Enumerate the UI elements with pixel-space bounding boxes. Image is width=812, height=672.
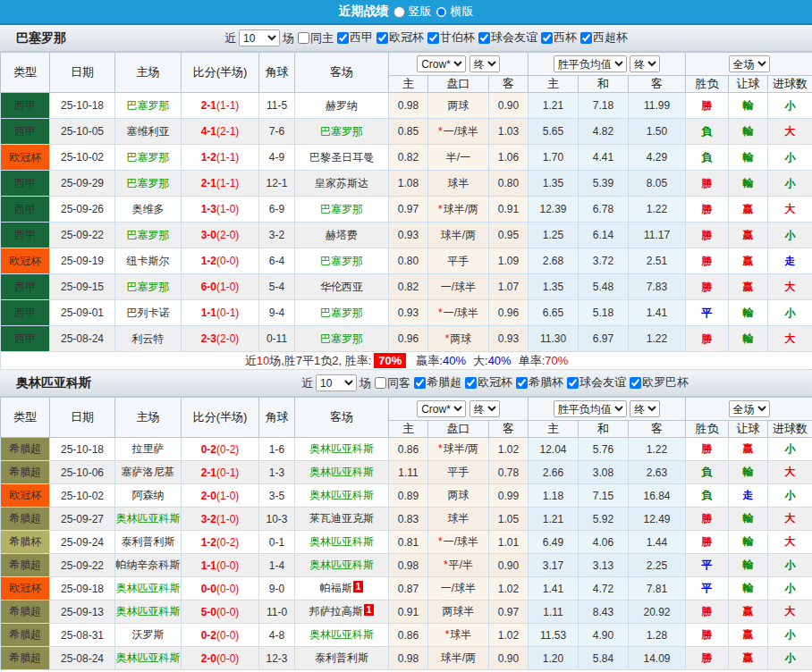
result-wdl: 勝 bbox=[686, 647, 729, 670]
layout-option-vertical[interactable]: 竖版 bbox=[393, 4, 432, 20]
league-filter[interactable]: 希腊超 bbox=[410, 374, 461, 391]
result-wdl: 平 bbox=[686, 577, 729, 601]
handicap-cell: 球半/两 bbox=[428, 647, 489, 670]
away-team: 奥林匹亚科斯 bbox=[295, 484, 389, 508]
league-filter-checkbox[interactable] bbox=[465, 377, 477, 389]
bookmaker-select[interactable]: Crow* bbox=[417, 55, 466, 72]
result-wdl: 負 bbox=[686, 119, 729, 145]
score-cell: 3-0(2-0) bbox=[182, 223, 259, 248]
layout-radio-vertical[interactable] bbox=[393, 6, 405, 18]
ah-home-odds: 0.87 bbox=[389, 577, 428, 601]
layout-option-horizontal[interactable]: 横版 bbox=[436, 4, 474, 20]
result-wdl: 負 bbox=[686, 484, 729, 508]
corners-cell: 1-4 bbox=[259, 554, 295, 577]
avg-draw-odds: 6.14 bbox=[579, 223, 629, 248]
same-venue-checkbox[interactable] bbox=[375, 377, 386, 389]
result-goals: 大 bbox=[768, 197, 812, 223]
league-filter[interactable]: 球会友谊 bbox=[475, 29, 537, 46]
ah-away-odds: 1.01 bbox=[489, 531, 529, 554]
league-badge: 希腊超 bbox=[1, 647, 50, 670]
league-filter[interactable]: 西杯 bbox=[537, 29, 577, 46]
avg-home-odds: 12.39 bbox=[529, 197, 579, 223]
odds-stage-select[interactable]: 终 bbox=[630, 400, 660, 417]
avg-home-odds: 1.41 bbox=[529, 577, 579, 601]
home-team: 奥林匹亚科斯 bbox=[115, 508, 182, 531]
col-avg-home: 主 bbox=[529, 421, 579, 438]
col-ah-away: 客 bbox=[489, 421, 529, 438]
avg-away-odds: 14.09 bbox=[629, 647, 686, 670]
bookmaker-select[interactable]: Crow* bbox=[417, 400, 466, 417]
score-cell: 1-1(0-1) bbox=[182, 300, 259, 326]
league-filter[interactable]: 甘伯杯 bbox=[424, 29, 475, 46]
corners-cell: 4-8 bbox=[259, 624, 295, 647]
col-ah-away: 客 bbox=[489, 76, 529, 93]
odds-type-select[interactable]: 胜平负均值 bbox=[554, 400, 627, 417]
result-handicap: 輸 bbox=[729, 326, 768, 352]
match-date: 25-08-31 bbox=[50, 624, 115, 647]
avg-draw-odds: 4.06 bbox=[579, 531, 629, 554]
same-venue-filter[interactable]: 同客 bbox=[371, 375, 410, 391]
col-corner: 角球 bbox=[259, 398, 295, 438]
avg-home-odds: 1.21 bbox=[529, 93, 579, 119]
league-filter-checkbox[interactable] bbox=[427, 32, 439, 44]
layout-radio-horizontal[interactable] bbox=[436, 6, 447, 18]
section-header-bar: 奥林匹亚科斯 近 10 场 同客 希腊超欧冠杯希腊杯球会友谊欧罗巴杯 bbox=[0, 370, 812, 397]
match-row: 西甲25-08-24利云特2-3(2-0)0-11巴塞罗那0.96*两球0.93… bbox=[1, 326, 812, 352]
score-cell: 6-0(1-0) bbox=[182, 274, 259, 300]
league-filter-checkbox[interactable] bbox=[630, 377, 641, 389]
scope-select[interactable]: 全场 bbox=[729, 55, 770, 72]
handicap-group-header: Crow* 终 bbox=[389, 398, 529, 421]
ah-away-odds: 1.09 bbox=[489, 248, 529, 274]
home-team: 巴塞罗那 bbox=[115, 171, 182, 197]
col-res-ah: 让球 bbox=[729, 421, 768, 438]
matches-table: 类型 日期 主场 比分(半场) 角球 客场 Crow* 终 bbox=[0, 52, 812, 370]
same-venue-filter[interactable]: 同主 bbox=[294, 30, 334, 46]
league-filter-checkbox[interactable] bbox=[567, 377, 579, 389]
avg-home-odds: 1.25 bbox=[529, 223, 579, 248]
handicap-star: * bbox=[438, 442, 443, 455]
league-filter-checkbox[interactable] bbox=[580, 32, 592, 44]
ah-home-odds: 0.86 bbox=[389, 438, 428, 461]
ah-away-odds: 0.95 bbox=[489, 223, 529, 248]
handicap-cell: 球半 bbox=[428, 508, 489, 531]
ah-away-odds: 0.93 bbox=[489, 326, 529, 352]
odds-stage-select[interactable]: 终 bbox=[630, 55, 660, 72]
avg-away-odds: 7.81 bbox=[629, 577, 686, 601]
result-goals: 小 bbox=[768, 93, 812, 119]
same-venue-checkbox[interactable] bbox=[298, 32, 309, 44]
league-filter[interactable]: 欧冠杯 bbox=[461, 374, 512, 391]
league-badge: 西甲 bbox=[1, 93, 50, 119]
ah-home-odds: 0.98 bbox=[389, 647, 428, 670]
col-corner: 角球 bbox=[259, 53, 295, 93]
scope-select[interactable]: 全场 bbox=[729, 400, 770, 417]
avg-home-odds: 11.53 bbox=[529, 624, 579, 647]
league-filter-checkbox[interactable] bbox=[541, 32, 553, 44]
result-goals: 大 bbox=[768, 274, 812, 300]
league-filter-checkbox[interactable] bbox=[516, 377, 528, 389]
ah-away-odds: 1.03 bbox=[489, 119, 529, 145]
league-filter-checkbox[interactable] bbox=[337, 32, 349, 44]
league-filter[interactable]: 球会友谊 bbox=[563, 374, 626, 391]
result-goals: 小 bbox=[768, 554, 812, 577]
result-handicap: 輸 bbox=[729, 171, 768, 197]
match-count-select[interactable]: 10 bbox=[239, 29, 280, 46]
handicap-stage-select[interactable]: 终 bbox=[469, 55, 500, 72]
top-bar: 近期战绩 竖版 横版 bbox=[0, 0, 812, 25]
avg-away-odds: 8.05 bbox=[629, 171, 686, 197]
league-filter-checkbox[interactable] bbox=[376, 32, 388, 44]
handicap-star: * bbox=[444, 559, 448, 571]
league-filter[interactable]: 欧冠杯 bbox=[373, 29, 424, 46]
avg-home-odds: 1.18 bbox=[529, 484, 579, 508]
league-filter[interactable]: 希腊杯 bbox=[512, 374, 563, 391]
league-filter-checkbox[interactable] bbox=[414, 377, 426, 389]
league-filter[interactable]: 西超杯 bbox=[577, 29, 628, 46]
handicap-stage-select[interactable]: 终 bbox=[469, 400, 500, 417]
ah-home-odds: 0.93 bbox=[389, 223, 428, 248]
league-filter[interactable]: 欧罗巴杯 bbox=[626, 374, 689, 391]
match-count-select[interactable]: 10 bbox=[316, 374, 357, 391]
league-badge: 西甲 bbox=[1, 326, 50, 352]
league-filter-checkbox[interactable] bbox=[478, 32, 490, 44]
result-handicap: 輸 bbox=[729, 461, 768, 484]
league-filter[interactable]: 西甲 bbox=[334, 29, 373, 46]
odds-type-select[interactable]: 胜平负均值 bbox=[554, 55, 627, 72]
